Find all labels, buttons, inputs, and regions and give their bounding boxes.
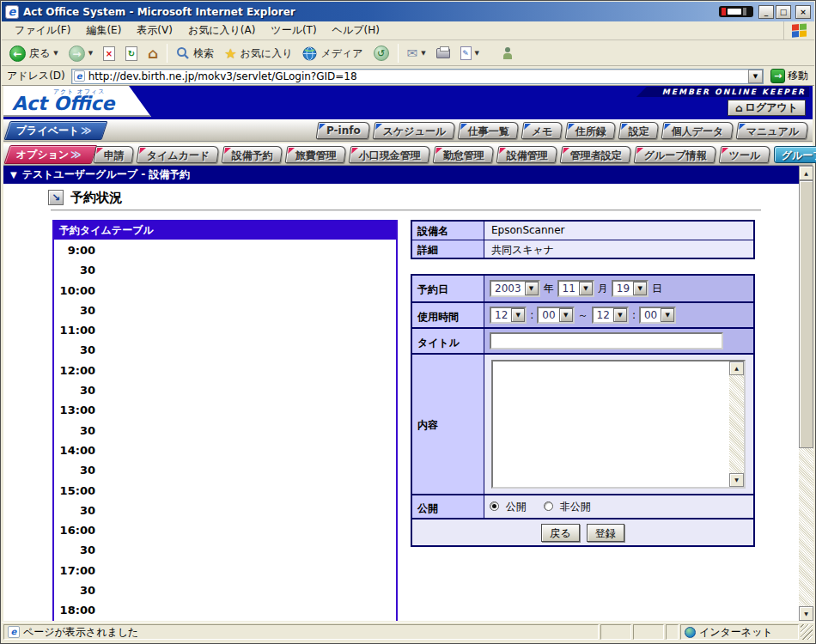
page-scrollbar[interactable]: ▲ ▼ <box>799 166 813 621</box>
start-min-select[interactable]: 00 ▼ <box>537 307 574 324</box>
nav-option-tab[interactable]: 旅費管理 <box>285 146 347 163</box>
timetable-row[interactable]: 16:00 <box>54 519 396 539</box>
menu-item[interactable]: ファイル(F) <box>7 21 78 39</box>
edit-icon: ✎ <box>460 46 472 60</box>
reservation-form: 予約日 2003 ▼ 年 11 ▼ 月 19 ▼ <box>411 274 755 547</box>
back-button[interactable]: ← 戻る ▼ <box>6 44 62 64</box>
nav-private-tab[interactable]: P-info <box>316 122 370 139</box>
menu-item[interactable]: お気に入り(A) <box>180 21 263 39</box>
timetable-row[interactable]: 11:00 <box>54 319 396 339</box>
textarea-scrollbar[interactable]: ▲ ▼ <box>729 361 744 487</box>
messenger-button[interactable] <box>498 45 517 62</box>
timetable-row[interactable]: 17:00 <box>54 560 396 580</box>
minimize-button[interactable]: _ <box>758 5 774 19</box>
timetable-row[interactable]: 30 <box>54 580 396 599</box>
radio-private[interactable]: 非公開 <box>544 500 605 514</box>
logout-button[interactable]: ⌂ ログアウト <box>728 100 806 116</box>
month-select[interactable]: 11 ▼ <box>557 280 594 297</box>
app-logo[interactable]: アクト オフィス Act Office <box>3 86 151 117</box>
nav-private-tab[interactable]: メモ <box>521 122 563 139</box>
timetable-row[interactable]: 30 <box>54 539 396 559</box>
nav-option-tab[interactable]: 設備予約 <box>222 146 283 163</box>
end-hour-select[interactable]: 12 ▼ <box>592 307 629 324</box>
content-textarea[interactable] <box>493 361 729 487</box>
maximize-button[interactable]: □ <box>776 5 791 19</box>
search-button[interactable]: 検索 <box>173 45 217 63</box>
nav-private-tab[interactable]: スケジュール <box>373 122 456 139</box>
nav-private-tab[interactable]: 住所録 <box>565 122 617 139</box>
back-form-button[interactable]: 戻る <box>541 524 579 542</box>
nav-option-tab[interactable]: 勤怠管理 <box>433 146 495 163</box>
month-unit: 月 <box>598 282 608 296</box>
nav-private-tab[interactable]: 仕事一覧 <box>458 122 520 139</box>
nav-option-tab[interactable]: 申請 <box>94 146 135 163</box>
radio-public-icon[interactable] <box>490 501 499 511</box>
forward-dropdown-icon[interactable]: ▼ <box>88 50 93 57</box>
nav-option-tab[interactable]: 設備管理 <box>496 146 558 163</box>
title-input[interactable] <box>490 332 723 349</box>
favorites-button[interactable]: ★ お気に入り <box>221 44 295 64</box>
menu-item[interactable]: ツール(T) <box>263 21 324 39</box>
nav-option-tab[interactable]: 小口現金管理 <box>349 146 431 163</box>
nav-option-tab[interactable]: グループ情報 <box>634 146 717 163</box>
timetable-row[interactable]: 30 <box>54 380 396 399</box>
nav-private-tab[interactable]: マニュアル <box>735 122 808 139</box>
home-button[interactable]: ⌂ <box>144 45 161 63</box>
scroll-down-icon[interactable]: ▼ <box>729 473 744 487</box>
scroll-up-icon[interactable]: ▲ <box>729 361 744 375</box>
timetable-row[interactable]: 10:00 <box>54 280 396 300</box>
menu-item[interactable]: 編集(E) <box>78 21 129 39</box>
timetable-row[interactable]: 9:00 <box>54 240 396 259</box>
timetable-row[interactable]: 15:00 <box>54 480 396 500</box>
day-select[interactable]: 19 ▼ <box>612 280 649 297</box>
forward-button[interactable]: → ▼ <box>65 44 96 64</box>
internet-zone-icon <box>685 627 696 638</box>
nav-option-tab[interactable]: 管理者設定 <box>560 146 632 163</box>
menu-item[interactable]: ヘルプ(H) <box>325 21 387 39</box>
timetable-row[interactable]: 13:00 <box>54 399 396 419</box>
go-button[interactable]: → 移動 <box>767 68 812 84</box>
time-label: 30 <box>54 420 95 437</box>
timetable-row[interactable]: 30 <box>54 620 396 621</box>
time-label: 30 <box>54 539 95 556</box>
nav-private-tab[interactable]: 個人データ <box>661 122 734 139</box>
year-select[interactable]: 2003 ▼ <box>490 280 540 297</box>
stop-button[interactable]: × <box>100 45 119 63</box>
mail-button[interactable]: ✉ ▼ <box>404 44 429 63</box>
timetable-row[interactable]: 12:00 <box>54 360 396 380</box>
menu-item[interactable]: 表示(V) <box>129 21 180 39</box>
scrollbar-thumb[interactable] <box>799 180 813 448</box>
edit-button[interactable]: ✎ ▼ <box>457 45 483 62</box>
timetable-row[interactable]: 30 <box>54 339 396 359</box>
scrollbar-down-icon[interactable]: ▼ <box>799 606 813 621</box>
radio-private-icon[interactable] <box>544 501 553 511</box>
nav-option-tab[interactable]: ツール <box>719 146 770 163</box>
timetable-row[interactable]: 30 <box>54 459 396 479</box>
nav-private-tab[interactable]: 設定 <box>618 122 660 139</box>
timetable-row[interactable]: 30 <box>54 420 396 440</box>
print-button[interactable] <box>433 46 454 60</box>
resize-grip[interactable] <box>801 624 813 640</box>
end-min-select[interactable]: 00 ▼ <box>639 307 676 324</box>
refresh-button[interactable]: ↻ <box>122 45 141 63</box>
timetable-row[interactable]: 30 <box>54 500 396 519</box>
logo-text: Act Office <box>12 93 114 114</box>
start-hour-select[interactable]: 12 ▼ <box>490 307 527 324</box>
close-button[interactable]: × <box>795 5 811 19</box>
edit-dropdown-icon[interactable]: ▼ <box>475 50 479 57</box>
address-dropdown-icon[interactable]: ▼ <box>748 70 763 83</box>
media-button[interactable]: メディア <box>299 45 366 63</box>
nav-option-tab-active[interactable]: グループ <box>774 146 816 163</box>
history-button[interactable]: ↺ <box>370 44 393 63</box>
address-input[interactable]: e http://dev.birth.ne.jp/mokv3/servlet/G… <box>71 69 764 84</box>
timetable-row[interactable]: 14:00 <box>54 440 396 459</box>
timetable-row[interactable]: 30 <box>54 259 396 279</box>
timetable-row[interactable]: 18:00 <box>54 599 396 619</box>
back-dropdown-icon[interactable]: ▼ <box>53 50 58 57</box>
nav-option-tab[interactable]: タイムカード <box>137 146 220 163</box>
timetable-row[interactable]: 30 <box>54 300 396 319</box>
register-button[interactable]: 登録 <box>587 524 624 542</box>
radio-public[interactable]: 公開 <box>490 500 540 514</box>
mail-dropdown-icon[interactable]: ▼ <box>421 50 425 57</box>
scrollbar-up-icon[interactable]: ▲ <box>799 166 813 180</box>
